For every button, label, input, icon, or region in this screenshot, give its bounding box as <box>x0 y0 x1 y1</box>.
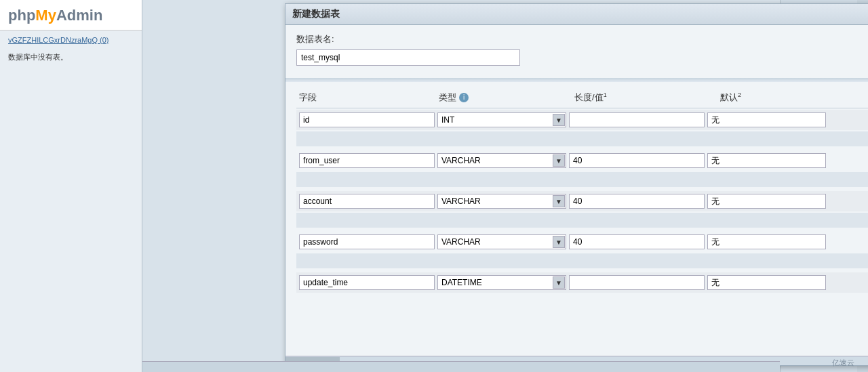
type-select-wrap-0: INT VARCHAR DATETIME TEXT ▼ <box>437 112 566 127</box>
length-input-1[interactable] <box>569 153 705 168</box>
default-select-wrap-4: 无 NULL CURRENT_TIMESTAMP <box>707 275 826 290</box>
length-input-3[interactable] <box>569 234 705 249</box>
extra-row-2 <box>296 213 868 228</box>
type-select-wrap-3: VARCHAR INT DATETIME TEXT ▼ <box>437 234 566 249</box>
default-select-3[interactable]: 无 NULL <box>707 234 826 249</box>
watermark: 亿速云 <box>832 358 854 368</box>
logo-my: My <box>35 7 56 24</box>
type-info-icon[interactable]: i <box>459 93 469 102</box>
type-select-2[interactable]: VARCHAR INT DATETIME TEXT <box>437 194 566 209</box>
table-name-section: 数据表名: <box>296 33 868 73</box>
field-name-input-0[interactable] <box>299 112 435 127</box>
logo: phpMyAdmin <box>8 7 134 24</box>
sidebar: phpMyAdmin vGZFZHILCGxrDNzraMgQ (0) 数据库中… <box>0 0 142 372</box>
main-hscrollbar[interactable] <box>142 361 780 372</box>
field-main-row-1: VARCHAR INT DATETIME TEXT ▼ 无 NULL <box>296 150 868 171</box>
field-main-row-2: VARCHAR INT DATETIME TEXT ▼ 无 NULL <box>296 191 868 211</box>
field-row-4: DATETIME INT VARCHAR TEXT ▼ 无 NULL CURRE… <box>296 272 868 293</box>
type-select-wrap-2: VARCHAR INT DATETIME TEXT ▼ <box>437 194 566 209</box>
columns-header: 字段 类型 i 长度/值1 默认2 <box>296 87 868 108</box>
field-row-3: VARCHAR INT DATETIME TEXT ▼ 无 NULL <box>296 232 868 268</box>
db-info: 数据库中没有表。 <box>0 49 142 65</box>
field-row-1: VARCHAR INT DATETIME TEXT ▼ 无 NULL <box>296 150 868 187</box>
type-select-1[interactable]: VARCHAR INT DATETIME TEXT <box>437 153 566 168</box>
default-select-wrap-1: 无 NULL <box>707 153 826 168</box>
field-name-input-4[interactable] <box>299 275 435 290</box>
default-select-0[interactable]: 无 NULL CURRENT_TIMESTAMP <box>707 112 826 127</box>
field-main-row-4: DATETIME INT VARCHAR TEXT ▼ 无 NULL CURRE… <box>296 272 868 293</box>
extra-row-1 <box>296 172 868 187</box>
length-input-4[interactable] <box>569 275 705 290</box>
separator <box>285 78 868 82</box>
table-name-label: 数据表名: <box>296 33 868 45</box>
field-name-input-2[interactable] <box>299 194 435 209</box>
default-select-4[interactable]: 无 NULL CURRENT_TIMESTAMP <box>707 275 826 290</box>
length-input-2[interactable] <box>569 194 705 209</box>
field-name-input-3[interactable] <box>299 234 435 249</box>
header-default: 默认2 <box>720 91 842 104</box>
default-select-1[interactable]: 无 NULL <box>707 153 826 168</box>
table-name-input[interactable] <box>296 49 520 66</box>
dialog-body: 数据表名: 字段 类型 i 长度/值1 默认2 <box>285 25 868 363</box>
header-length: 长度/值1 <box>574 91 720 104</box>
type-select-wrap-1: VARCHAR INT DATETIME TEXT ▼ <box>437 153 566 168</box>
logo-area: phpMyAdmin <box>0 0 142 30</box>
header-type: 类型 i <box>439 91 574 104</box>
length-input-0[interactable] <box>569 112 705 127</box>
new-table-dialog: 新建数据表 × 数据表名: 字段 类型 i 长度/值1 默 <box>285 3 868 366</box>
default-select-wrap-3: 无 NULL <box>707 234 826 249</box>
logo-admin: Admin <box>56 7 102 24</box>
header-field: 字段 <box>296 91 439 104</box>
type-select-4[interactable]: DATETIME INT VARCHAR TEXT <box>437 275 566 290</box>
db-link[interactable]: vGZFZHILCGxrDNzraMgQ (0) <box>0 30 142 49</box>
default-select-wrap-2: 无 NULL <box>707 194 826 209</box>
default-select-wrap-0: 无 NULL CURRENT_TIMESTAMP <box>707 112 826 127</box>
dialog-title: 新建数据表 <box>292 8 340 20</box>
logo-php: php <box>8 7 35 24</box>
dialog-titlebar: 新建数据表 × <box>285 4 868 25</box>
type-select-0[interactable]: INT VARCHAR DATETIME TEXT <box>437 112 566 127</box>
field-row-0: INT VARCHAR DATETIME TEXT ▼ 无 NULL CURRE… <box>296 110 868 146</box>
default-select-2[interactable]: 无 NULL <box>707 194 826 209</box>
extra-row-3 <box>296 253 868 268</box>
main-area: 执行 新建数据表 × 数据表名: 字段 类型 i 长度/值1 <box>142 0 868 372</box>
type-select-3[interactable]: VARCHAR INT DATETIME TEXT <box>437 234 566 249</box>
field-main-row-3: VARCHAR INT DATETIME TEXT ▼ 无 NULL <box>296 232 868 252</box>
type-select-wrap-4: DATETIME INT VARCHAR TEXT ▼ <box>437 275 566 290</box>
field-row-2: VARCHAR INT DATETIME TEXT ▼ 无 NULL <box>296 191 868 228</box>
extra-row-0 <box>296 131 868 146</box>
field-name-input-1[interactable] <box>299 153 435 168</box>
field-main-row-0: INT VARCHAR DATETIME TEXT ▼ 无 NULL CURRE… <box>296 110 868 130</box>
